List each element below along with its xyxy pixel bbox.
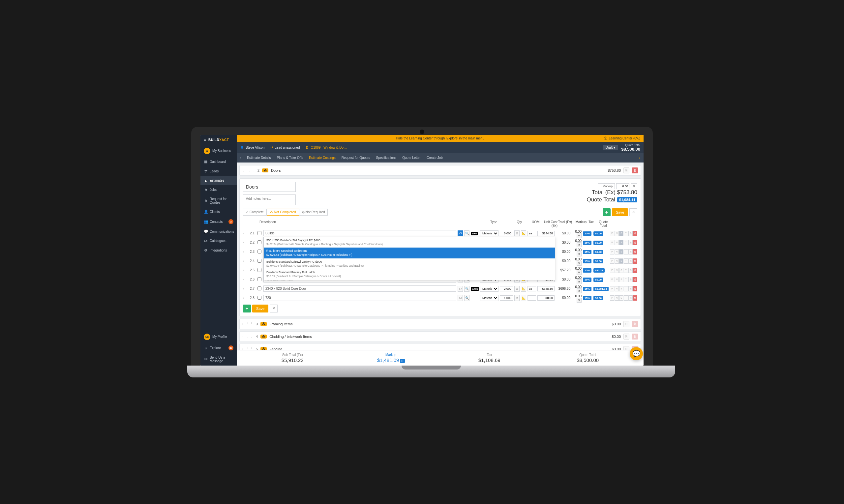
sidebar-item-jobs[interactable]: 🗎Jobs — [200, 185, 237, 195]
save-button-bottom[interactable]: Save — [252, 305, 268, 312]
row-expand-icon[interactable]: › — [243, 269, 247, 272]
row-checkbox[interactable] — [257, 240, 262, 244]
status-not-required-button[interactable]: ⊘ Not Required — [299, 209, 328, 216]
calculator-icon[interactable]: 🗎 — [514, 295, 520, 301]
tax-badge[interactable]: 15% — [583, 250, 591, 254]
close-bottom-button[interactable]: ✕ — [270, 305, 277, 312]
row-expand-icon[interactable]: › — [243, 232, 247, 235]
add-line-button-bottom[interactable]: + — [243, 305, 251, 312]
tax-badge[interactable]: 15% — [583, 296, 591, 300]
sidebar-send-message[interactable]: ✉ Send Us a Message — [200, 353, 237, 365]
flag-p[interactable]: P — [610, 268, 614, 273]
section-notes-input[interactable] — [243, 195, 296, 205]
collapsed-section-row[interactable]: › ⋮⋮ 3 ⁂ Framing Items $0.00 ⎘ 🗑 — [239, 319, 641, 329]
row-checkbox[interactable] — [257, 259, 262, 263]
row-expand-icon[interactable]: › — [243, 278, 247, 281]
search-icon[interactable]: 🔍 — [464, 230, 469, 236]
drag-handle-icon[interactable]: ⋮⋮ — [246, 334, 253, 339]
flag-p[interactable]: P — [610, 240, 614, 245]
tab-plans-take-offs[interactable]: Plans & Take-Offs — [277, 156, 303, 160]
sidebar-item-communications[interactable]: 💬Communications — [200, 227, 237, 236]
flag-t[interactable]: T — [624, 240, 628, 245]
flag-copy[interactable]: ⎘ — [628, 295, 633, 301]
delete-section-button[interactable]: 🗑 — [632, 167, 638, 174]
catalog-search-icon[interactable]: 🏷 — [457, 230, 463, 236]
flag-p[interactable]: P — [610, 286, 614, 291]
description-input[interactable] — [264, 295, 456, 301]
flag-s[interactable]: S — [619, 295, 624, 301]
uom-input[interactable] — [527, 231, 536, 236]
drag-handle-icon[interactable]: ⋮⋮ — [248, 168, 255, 173]
delete-line-button[interactable]: 🗑 — [633, 295, 637, 301]
expand-icon[interactable]: › — [242, 335, 243, 338]
flag-p[interactable]: P — [610, 231, 614, 236]
flag-s[interactable]: S — [619, 277, 624, 282]
flag-p[interactable]: P — [610, 277, 614, 282]
row-checkbox[interactable] — [257, 277, 262, 281]
description-input[interactable] — [264, 230, 456, 236]
tax-badge[interactable]: 15% — [583, 241, 591, 245]
delete-line-button[interactable]: 🗑 — [633, 240, 637, 245]
section-2-header[interactable]: ⌄ ⋮⋮ 2 ⁂ Doors $753.80 ⎘ 🗑 — [239, 165, 641, 176]
flag-n[interactable]: N — [614, 295, 619, 301]
drag-handle-icon[interactable]: ⋮⋮ — [246, 322, 253, 326]
measure-icon[interactable]: 📐 — [521, 286, 526, 292]
tax-badge[interactable]: 15% — [583, 231, 591, 236]
flag-copy[interactable]: ⎘ — [628, 231, 633, 236]
tab-request-for-quotes[interactable]: Request for Quotes — [342, 156, 370, 160]
tab-estimate-details[interactable]: Estimate Details — [247, 156, 271, 160]
flag-s[interactable]: S — [619, 240, 624, 245]
ctx-user[interactable]: 👤Steve Allison — [240, 146, 265, 149]
qty-input[interactable] — [500, 231, 513, 236]
flag-n[interactable]: N — [614, 268, 619, 273]
sidebar-my-profile[interactable]: KG My Profile — [200, 331, 237, 343]
flag-t[interactable]: T — [624, 249, 628, 254]
autocomplete-item[interactable]: Builder's Standard D/Bowl Vanity PC $900… — [264, 258, 555, 269]
flag-copy[interactable]: ⎘ — [628, 277, 633, 282]
calculator-icon[interactable]: 🗎 — [514, 230, 520, 236]
flag-t[interactable]: T — [624, 286, 628, 291]
row-expand-icon[interactable]: › — [243, 296, 247, 300]
delete-line-button[interactable]: 🗑 — [633, 286, 637, 291]
collapsed-section-row[interactable]: › ⋮⋮ 4 ⁂ Cladding / brickwork Items $0.0… — [239, 331, 641, 342]
flag-n[interactable]: N — [614, 277, 619, 282]
flag-s[interactable]: S — [619, 286, 624, 291]
flag-n[interactable]: N — [614, 286, 619, 291]
collapse-icon[interactable]: ⌄ — [242, 169, 245, 172]
row-checkbox[interactable] — [257, 250, 262, 253]
flag-copy[interactable]: ⎘ — [628, 286, 633, 291]
flag-copy[interactable]: ⎘ — [628, 249, 633, 254]
delete-line-button[interactable]: 🗑 — [633, 268, 637, 273]
flag-t[interactable]: T — [624, 258, 628, 264]
catalog-search-icon[interactable]: 🏷 — [457, 295, 463, 301]
flag-copy[interactable]: ⎘ — [628, 240, 633, 245]
tab-quote-letter[interactable]: Quote Letter — [402, 156, 421, 160]
tax-badge[interactable]: 15% — [583, 287, 591, 291]
status-dropdown[interactable]: Draft ▾ — [603, 145, 618, 150]
flag-copy[interactable]: ⎘ — [628, 268, 633, 273]
flag-n[interactable]: N — [614, 249, 619, 254]
delete-section-button[interactable]: 🗑 — [632, 334, 638, 340]
delete-line-button[interactable]: 🗑 — [633, 258, 637, 264]
markup-value-input[interactable] — [616, 183, 629, 189]
flag-p[interactable]: P — [610, 258, 614, 264]
tax-badge[interactable]: 15% — [583, 268, 591, 273]
row-expand-icon[interactable]: › — [243, 241, 247, 244]
flag-copy[interactable]: ⎘ — [628, 258, 633, 264]
brand-logo[interactable]: ≡ BUILDXACT — [200, 135, 237, 145]
delete-line-button[interactable]: 🗑 — [633, 249, 637, 254]
expand-icon[interactable]: › — [242, 347, 243, 350]
hamburger-icon[interactable]: ≡ — [204, 138, 206, 142]
sidebar-my-business[interactable]: ★ My Business — [200, 145, 237, 157]
drag-handle-icon[interactable]: ⋮⋮ — [246, 347, 253, 350]
search-icon[interactable]: 🔍 — [464, 286, 469, 292]
status-not-completed-button[interactable]: ⁂ Not Completed — [267, 209, 299, 216]
add-markup-button[interactable]: + Markup — [598, 183, 615, 189]
autocomplete-item[interactable]: 550 x 550 Builder's Std Skylight PC $400… — [264, 237, 555, 248]
sidebar-item-request-for-quotes[interactable]: 🗎Request for Quotes — [200, 195, 237, 207]
sidebar-item-contacts[interactable]: 👥Contacts3 — [200, 217, 237, 227]
measure-icon[interactable]: 📐 — [521, 295, 526, 301]
tab-specifications[interactable]: Specifications — [376, 156, 397, 160]
row-expand-icon[interactable]: › — [243, 259, 247, 263]
close-panel-button[interactable]: ✕ — [629, 208, 637, 216]
